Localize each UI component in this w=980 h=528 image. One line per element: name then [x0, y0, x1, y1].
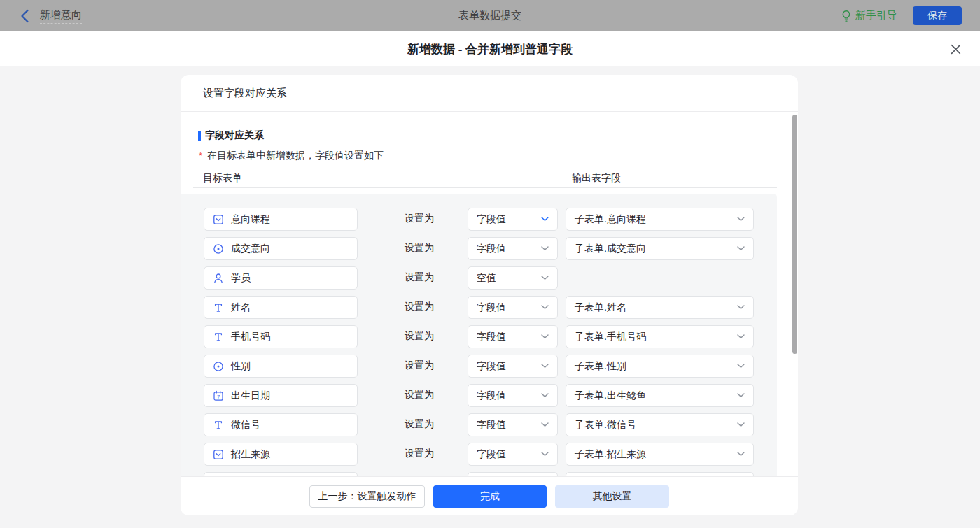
mapping-row: 姓名设置为字段值子表单.姓名 — [181, 296, 798, 319]
text-field-icon — [213, 331, 224, 343]
field-mapping-panel: 设置字段对应关系 字段对应关系 *在目标表单中新增数据，字段值设置如下 目标表单… — [181, 75, 798, 515]
previous-step-button[interactable]: 上一步：设置触发动作 — [309, 485, 425, 508]
target-field-box: 意向课程 — [204, 208, 358, 231]
value-mode-selected: 字段值 — [477, 331, 506, 343]
value-mode-select[interactable]: 字段值 — [468, 237, 558, 260]
scrollbar-thumb[interactable] — [792, 115, 797, 354]
output-field-select[interactable]: 子表单.出生鲶鱼 — [566, 384, 754, 407]
target-field-box: 7出生日期 — [204, 384, 358, 407]
value-mode-select[interactable]: 字段值 — [468, 296, 558, 319]
value-mode-selected: 字段值 — [477, 213, 506, 226]
other-settings-button[interactable]: 其他设置 — [555, 485, 669, 508]
chevron-down-icon — [541, 217, 549, 222]
text-field-icon — [213, 302, 224, 313]
target-field-box: 成交意向 — [204, 237, 358, 260]
value-mode-select[interactable]: 字段值 — [468, 384, 558, 407]
mapping-row: 意向课程设置为字段值子表单.意向课程 — [181, 208, 798, 231]
value-mode-selected: 字段值 — [477, 243, 506, 255]
beginner-guide-link[interactable]: 新手引导 — [841, 9, 897, 22]
mapping-row: 招生来源设置为字段值子表单.招生来源 — [181, 443, 798, 466]
section-title-label: 字段对应关系 — [205, 129, 264, 142]
set-as-label: 设置为 — [398, 301, 441, 313]
output-field-select[interactable]: 子表单.姓名 — [566, 296, 754, 319]
dialog-header: 新增数据 - 合并新增到普通字段 — [0, 31, 980, 66]
chevron-down-icon — [541, 246, 549, 251]
value-mode-select[interactable]: 字段值 — [468, 443, 558, 466]
value-mode-select[interactable]: 字段值 — [468, 325, 558, 348]
output-field-selected: 子表单.姓名 — [575, 301, 626, 314]
value-mode-selected: 字段值 — [477, 390, 506, 402]
chevron-down-icon — [541, 334, 549, 339]
output-field-selected: 子表单.微信号 — [575, 419, 636, 431]
target-field-label: 姓名 — [231, 301, 251, 314]
mapping-row: 微信号设置为字段值子表单.微信号 — [181, 413, 798, 436]
mapping-row: 学员设置为空值 — [181, 266, 798, 290]
set-as-label: 设置为 — [398, 389, 441, 401]
topbar: 新增意向 表单数据提交 新手引导 保存 — [0, 0, 980, 31]
calendar-field-icon: 7 — [213, 390, 224, 401]
svg-text:7: 7 — [217, 393, 220, 399]
chevron-down-icon — [541, 393, 549, 398]
target-field-label: 成交意向 — [231, 243, 270, 255]
header-divider — [193, 187, 777, 188]
value-mode-select[interactable]: 空值 — [468, 266, 558, 290]
target-field-label: 手机号码 — [231, 331, 270, 343]
chevron-down-icon — [737, 217, 745, 222]
value-mode-select[interactable]: 字段值 — [468, 208, 558, 231]
output-field-selected: 子表单.手机号码 — [575, 331, 646, 343]
chevron-down-icon — [541, 305, 549, 310]
chevron-down-icon — [541, 452, 549, 457]
text-field-icon — [213, 420, 224, 431]
page-title: 表单数据提交 — [0, 0, 980, 31]
chevron-down-icon — [737, 334, 745, 339]
value-mode-select[interactable]: 字段值 — [468, 355, 558, 378]
target-field-label: 出生日期 — [231, 390, 270, 402]
set-as-label: 设置为 — [398, 213, 441, 225]
value-mode-selected: 字段值 — [477, 448, 506, 461]
checkbox-field-icon — [213, 214, 224, 225]
value-mode-select[interactable]: 字段值 — [468, 413, 558, 436]
output-field-selected: 子表单.成交意向 — [575, 243, 646, 255]
done-button[interactable]: 完成 — [433, 485, 547, 508]
target-field-box: 学员 — [204, 266, 358, 290]
target-field-box: 姓名 — [204, 296, 358, 319]
panel-header: 设置字段对应关系 — [181, 75, 798, 112]
chevron-down-icon — [737, 422, 745, 427]
output-field-selected: 子表单.出生鲶鱼 — [575, 390, 646, 402]
chevron-down-icon — [737, 452, 745, 457]
value-mode-selected: 字段值 — [477, 301, 506, 314]
target-field-label: 意向课程 — [231, 213, 270, 226]
chevron-down-icon — [541, 422, 549, 427]
target-field-label: 微信号 — [231, 419, 260, 431]
section-note: *在目标表单中新增数据，字段值设置如下 — [199, 150, 384, 162]
value-mode-selected: 空值 — [477, 272, 496, 285]
output-field-select[interactable]: 子表单.微信号 — [566, 413, 754, 436]
panel-footer: 上一步：设置触发动作 完成 其他设置 — [181, 476, 798, 515]
column-header-target-form: 目标表单 — [203, 172, 242, 185]
set-as-label: 设置为 — [398, 271, 441, 284]
target-field-box: 微信号 — [204, 413, 358, 436]
radio-field-icon — [213, 243, 224, 255]
mapping-row: 性别设置为字段值子表单.性别 — [181, 355, 798, 378]
output-field-select[interactable]: 子表单.招生来源 — [566, 443, 754, 466]
chevron-down-icon — [737, 246, 745, 251]
target-field-label: 学员 — [231, 272, 251, 285]
close-icon[interactable] — [948, 41, 963, 57]
set-as-label: 设置为 — [398, 330, 441, 343]
note-text: 在目标表单中新增数据，字段值设置如下 — [207, 150, 384, 161]
output-field-select[interactable]: 子表单.成交意向 — [566, 237, 754, 260]
chevron-down-icon — [541, 276, 549, 280]
section-title: 字段对应关系 — [198, 129, 264, 142]
scroll-area: 字段对应关系 *在目标表单中新增数据，字段值设置如下 目标表单 输出表字段 意向… — [181, 113, 798, 476]
set-as-label: 设置为 — [398, 448, 441, 460]
required-asterisk: * — [199, 150, 202, 161]
mapping-row: 成交意向设置为字段值子表单.成交意向 — [181, 237, 798, 260]
chevron-down-icon — [737, 393, 745, 398]
output-field-select[interactable]: 子表单.意向课程 — [566, 208, 754, 231]
output-field-select[interactable]: 子表单.手机号码 — [566, 325, 754, 348]
set-as-label: 设置为 — [398, 359, 441, 372]
output-field-select[interactable]: 子表单.性别 — [566, 355, 754, 378]
save-button[interactable]: 保存 — [913, 6, 962, 25]
guide-label: 新手引导 — [855, 9, 897, 22]
output-field-selected: 子表单.招生来源 — [575, 448, 646, 461]
